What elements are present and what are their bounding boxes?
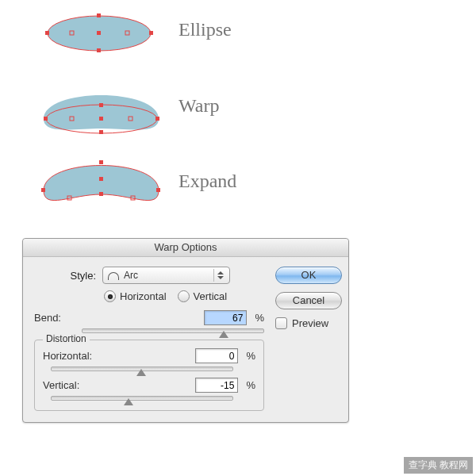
radio-dot-icon (178, 290, 190, 302)
shape-warp (32, 71, 182, 143)
slider-thumb-icon (136, 369, 146, 376)
dist-v-slider[interactable] (43, 396, 233, 401)
warp-options-dialog: Warp Options Style: Arc Horizontal (22, 238, 349, 423)
arc-icon (108, 271, 119, 280)
svg-rect-19 (99, 192, 103, 196)
distortion-group: Distortion Horizontal: % Vertical: (34, 340, 264, 411)
label-ellipse: Ellipse (178, 19, 232, 40)
svg-rect-17 (156, 188, 160, 192)
radio-horizontal[interactable]: Horizontal (104, 290, 167, 302)
label-warp: Warp (178, 95, 219, 117)
watermark: 查字典 教程网 (404, 457, 473, 474)
bend-input[interactable] (204, 310, 247, 325)
label-expand: Expand (178, 171, 236, 192)
slider-thumb-icon (219, 331, 228, 338)
dist-h-unit: % (246, 350, 255, 362)
distortion-legend: Distortion (43, 333, 90, 344)
radio-vertical[interactable]: Vertical (178, 290, 228, 302)
shape-expand (32, 151, 182, 222)
preview-checkbox[interactable]: Preview (275, 317, 342, 329)
chevron-updown-icon (213, 269, 227, 282)
dist-h-input[interactable] (195, 348, 238, 363)
shape-ellipse (40, 10, 175, 65)
svg-rect-5 (97, 31, 101, 35)
dist-h-label: Horizontal: (43, 350, 114, 362)
svg-rect-11 (99, 103, 103, 107)
radio-vertical-label: Vertical (194, 290, 228, 302)
style-value: Arc (124, 270, 213, 281)
svg-rect-4 (97, 48, 101, 52)
svg-rect-1 (45, 31, 49, 35)
style-label: Style: (34, 270, 102, 282)
dist-h-slider[interactable] (43, 367, 233, 371)
bend-unit: % (255, 312, 264, 324)
dist-v-unit: % (246, 379, 255, 391)
radio-dot-icon (104, 290, 116, 302)
style-combobox[interactable]: Arc (102, 267, 230, 284)
svg-rect-10 (155, 117, 159, 121)
svg-rect-3 (97, 13, 101, 17)
svg-rect-16 (41, 188, 45, 192)
document-canvas: Ellipse Warp Expand Warp Options Style: (0, 0, 476, 476)
radio-horizontal-label: Horizontal (120, 290, 167, 302)
svg-rect-13 (99, 117, 103, 121)
svg-rect-2 (149, 31, 153, 35)
dist-v-label: Vertical: (43, 379, 114, 391)
cancel-button[interactable]: Cancel (275, 292, 342, 309)
svg-rect-12 (99, 130, 103, 134)
dist-v-input[interactable] (195, 378, 238, 393)
svg-rect-18 (99, 160, 103, 164)
slider-thumb-icon (124, 398, 133, 405)
bend-label: Bend: (34, 312, 96, 324)
dialog-title: Warp Options (23, 239, 348, 257)
svg-rect-9 (44, 117, 48, 121)
ok-button[interactable]: OK (275, 267, 342, 284)
preview-label: Preview (292, 317, 328, 329)
checkbox-box-icon (275, 317, 287, 329)
svg-rect-20 (99, 177, 103, 181)
